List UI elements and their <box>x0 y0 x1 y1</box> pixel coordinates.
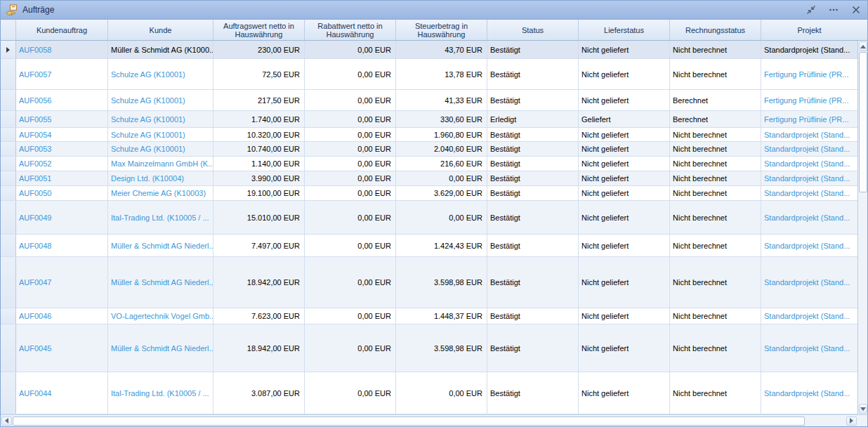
cell-kunde[interactable]: Meier Chemie AG (K10003) <box>108 186 213 200</box>
column-header-projekt[interactable]: Projekt <box>761 20 857 40</box>
cell-projekt[interactable]: Standardprojekt (Stand... <box>761 171 857 185</box>
cell-kundenauftrag[interactable]: AUF0052 <box>16 157 108 171</box>
cell-auftragswert[interactable]: 3.087,00 EUR <box>213 372 305 414</box>
cell-steuerbetrag[interactable]: 216,60 EUR <box>396 157 487 171</box>
column-header-lieferstatus[interactable]: Lieferstatus <box>579 20 670 40</box>
table-row[interactable]: AUF0054 Schulze AG (K10001) 10.320,00 EU… <box>1 128 857 142</box>
scroll-down-button[interactable] <box>859 404 867 414</box>
cell-rechnungsstatus[interactable]: Nicht berechnet <box>670 142 761 156</box>
cell-kunde[interactable]: Schulze AG (K10001) <box>108 90 213 110</box>
row-indicator-cell[interactable] <box>1 186 16 200</box>
table-row[interactable]: AUF0046 VO-Lagertechnik Vogel Gmb... 7.6… <box>1 308 857 324</box>
column-header-rechnungsstatus[interactable]: Rechnungsstatus <box>670 20 761 40</box>
cell-auftragswert[interactable]: 1.140,00 EUR <box>213 157 305 171</box>
vertical-scrollbar[interactable] <box>857 41 867 414</box>
cell-kundenauftrag[interactable]: AUF0049 <box>16 201 108 234</box>
cell-auftragswert[interactable]: 7.497,00 EUR <box>213 235 305 256</box>
row-indicator-cell[interactable] <box>1 59 16 89</box>
table-row[interactable]: AUF0056 Schulze AG (K10001) 217,50 EUR 0… <box>1 90 857 111</box>
cell-steuerbetrag[interactable]: 1.960,80 EUR <box>396 128 487 141</box>
cell-auftragswert[interactable]: 230,00 EUR <box>213 41 305 58</box>
cell-rabattwert[interactable]: 0,00 EUR <box>305 235 396 256</box>
cell-kunde[interactable]: Schulze AG (K10001) <box>108 59 213 89</box>
cell-rabattwert[interactable]: 0,00 EUR <box>305 201 396 234</box>
cell-kunde[interactable]: Müller & Schmidt AG Niederl... <box>108 235 213 256</box>
cell-projekt[interactable]: Standardprojekt (Stand... <box>761 201 857 234</box>
cell-steuerbetrag[interactable]: 13,78 EUR <box>396 59 487 89</box>
cell-steuerbetrag[interactable]: 2.040,60 EUR <box>396 142 487 156</box>
cell-status[interactable]: Bestätigt <box>487 90 579 110</box>
cell-kundenauftrag[interactable]: AUF0051 <box>16 171 108 185</box>
cell-kundenauftrag[interactable]: AUF0048 <box>16 235 108 256</box>
cell-status[interactable]: Bestätigt <box>487 171 579 185</box>
table-row[interactable]: AUF0047 Müller & Schmidt AG Niederl... 1… <box>1 257 857 308</box>
cell-status[interactable]: Bestätigt <box>487 59 579 89</box>
cell-rechnungsstatus[interactable]: Nicht berechnet <box>670 372 761 414</box>
row-indicator-cell[interactable] <box>1 128 16 141</box>
cell-kundenauftrag[interactable]: AUF0047 <box>16 257 108 308</box>
cell-rabattwert[interactable]: 0,00 EUR <box>305 308 396 324</box>
cell-rechnungsstatus[interactable]: Nicht berechnet <box>670 308 761 324</box>
cell-rabattwert[interactable]: 0,00 EUR <box>305 171 396 185</box>
cell-rabattwert[interactable]: 0,00 EUR <box>305 128 396 141</box>
cell-steuerbetrag[interactable]: 3.598,98 EUR <box>396 257 487 308</box>
column-header-steuerbetrag[interactable]: Steuerbetrag in Hauswährung <box>396 20 487 40</box>
cell-rabattwert[interactable]: 0,00 EUR <box>305 41 396 58</box>
row-indicator-cell[interactable] <box>1 257 16 308</box>
cell-auftragswert[interactable]: 3.990,00 EUR <box>213 171 305 185</box>
cell-steuerbetrag[interactable]: 3.598,98 EUR <box>396 324 487 372</box>
cell-status[interactable]: Bestätigt <box>487 157 579 171</box>
cell-auftragswert[interactable]: 72,50 EUR <box>213 59 305 89</box>
cell-steuerbetrag[interactable]: 0,00 EUR <box>396 372 487 414</box>
cell-lieferstatus[interactable]: Nicht geliefert <box>579 171 670 185</box>
table-row[interactable]: AUF0051 Design Ltd. (K10004) 3.990,00 EU… <box>1 171 857 186</box>
cell-steuerbetrag[interactable]: 1.448,37 EUR <box>396 308 487 324</box>
cell-kunde[interactable]: Max Mainzelmann GmbH (K... <box>108 157 213 171</box>
cell-projekt[interactable]: Standardprojekt (Stand... <box>761 41 857 58</box>
cell-kundenauftrag[interactable]: AUF0057 <box>16 59 108 89</box>
close-button[interactable] <box>850 4 862 15</box>
cell-kunde[interactable]: Schulze AG (K10001) <box>108 142 213 156</box>
cell-status[interactable]: Bestätigt <box>487 201 579 234</box>
cell-kunde[interactable]: VO-Lagertechnik Vogel Gmb... <box>108 308 213 324</box>
cell-kunde[interactable]: Schulze AG (K10001) <box>108 111 213 127</box>
cell-auftragswert[interactable]: 217,50 EUR <box>213 90 305 110</box>
cell-steuerbetrag[interactable]: 3.629,00 EUR <box>396 186 487 200</box>
cell-lieferstatus[interactable]: Nicht geliefert <box>579 308 670 324</box>
cell-projekt[interactable]: Fertigung Prüflinie (PR... <box>761 111 857 127</box>
cell-rabattwert[interactable]: 0,00 EUR <box>305 324 396 372</box>
cell-steuerbetrag[interactable]: 1.424,43 EUR <box>396 235 487 256</box>
cell-projekt[interactable]: Fertigung Prüflinie (PR... <box>761 59 857 89</box>
cell-kundenauftrag[interactable]: AUF0044 <box>16 372 108 414</box>
row-indicator-cell[interactable] <box>1 90 16 110</box>
row-indicator-cell[interactable] <box>1 308 16 324</box>
cell-lieferstatus[interactable]: Nicht geliefert <box>579 235 670 256</box>
cell-auftragswert[interactable]: 7.623,00 EUR <box>213 308 305 324</box>
cell-lieferstatus[interactable]: Nicht geliefert <box>579 41 670 58</box>
cell-rechnungsstatus[interactable]: Nicht berechnet <box>670 235 761 256</box>
scroll-up-button[interactable] <box>859 41 867 51</box>
cell-status[interactable]: Bestätigt <box>487 257 579 308</box>
cell-kundenauftrag[interactable]: AUF0053 <box>16 142 108 156</box>
cell-rabattwert[interactable]: 0,00 EUR <box>305 90 396 110</box>
column-header-status[interactable]: Status <box>487 20 579 40</box>
cell-rechnungsstatus[interactable]: Berechnet <box>670 90 761 110</box>
cell-kunde[interactable]: Müller & Schmidt AG Niederl... <box>108 324 213 372</box>
row-indicator-cell[interactable] <box>1 324 16 372</box>
cell-status[interactable]: Bestätigt <box>487 41 579 58</box>
cell-lieferstatus[interactable]: Nicht geliefert <box>579 128 670 141</box>
table-row[interactable]: AUF0048 Müller & Schmidt AG Niederl... 7… <box>1 235 857 257</box>
cell-projekt[interactable]: Standardprojekt (Stand... <box>761 128 857 141</box>
column-header-rabattwert[interactable]: Rabattwert netto in Hauswährung <box>305 20 396 40</box>
cell-rabattwert[interactable]: 0,00 EUR <box>305 142 396 156</box>
cell-lieferstatus[interactable]: Geliefert <box>579 111 670 127</box>
cell-lieferstatus[interactable]: Nicht geliefert <box>579 201 670 234</box>
cell-auftragswert[interactable]: 18.942,00 EUR <box>213 324 305 372</box>
scroll-left-button[interactable] <box>1 416 12 426</box>
cell-rabattwert[interactable]: 0,00 EUR <box>305 157 396 171</box>
cell-lieferstatus[interactable]: Nicht geliefert <box>579 90 670 110</box>
cell-kundenauftrag[interactable]: AUF0046 <box>16 308 108 324</box>
cell-projekt[interactable]: Standardprojekt (Stand... <box>761 186 857 200</box>
cell-auftragswert[interactable]: 15.010,00 EUR <box>213 201 305 234</box>
table-row[interactable]: AUF0052 Max Mainzelmann GmbH (K... 1.140… <box>1 157 857 171</box>
